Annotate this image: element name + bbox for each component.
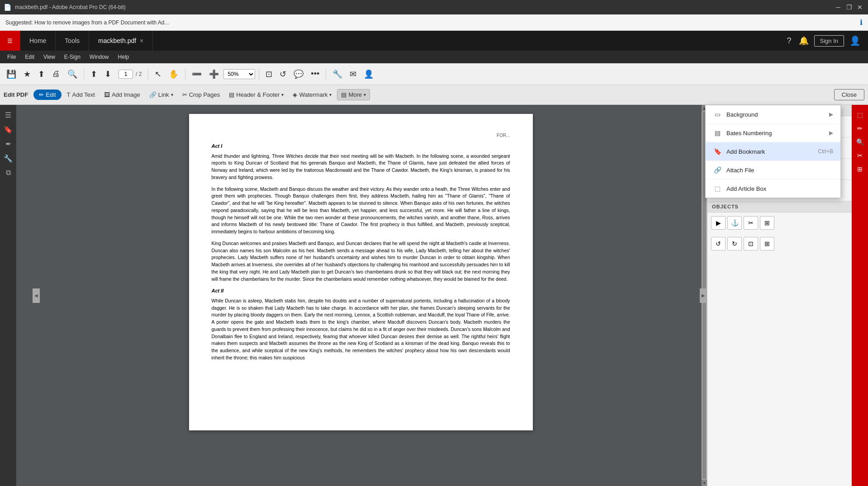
add-bookmark-label: Add Bookmark [726,148,813,155]
close-edit-btn[interactable]: Close [834,89,864,100]
zoom-in-button[interactable]: ➕ [206,67,222,81]
page-header-right: FOR... [212,132,510,139]
menu-esign[interactable]: E-Sign [61,53,84,61]
minimize-button[interactable]: ─ [834,3,843,12]
home-tab[interactable]: Home [20,31,56,51]
help-button[interactable]: ? [785,34,793,47]
search-button[interactable]: 🔍 [65,67,80,81]
sidebar-bookmarks-icon[interactable]: 🔖 [2,123,14,136]
header-footer-icon: ▤ [229,91,234,98]
more-dropdown-btn[interactable]: ▤ More ▾ [337,89,370,100]
edit-btn[interactable]: ✏ Edit [33,90,61,100]
bookmark-button[interactable]: ★ [21,67,33,81]
header-footer-btn[interactable]: ▤ Header & Footer ▾ [225,90,287,100]
objects-section: ▶ ⚓ ✂ ⊞ [707,212,852,233]
menu-edit[interactable]: Edit [21,53,38,61]
add-bookmark-menu-item[interactable]: 🔖 Add Bookmark Ctrl+B [706,142,840,161]
flip-btn[interactable]: ⊡ [744,237,758,250]
next-page-button[interactable]: ⬇ [102,67,114,81]
sidebar-tools-icon[interactable]: 🔧 [2,152,14,165]
suggested-text: Suggested: How to remove images from a P… [5,19,169,26]
suggested-bar: Suggested: How to remove images from a P… [0,14,868,31]
add-bookmark-icon: 🔖 [713,147,722,156]
rotate-button[interactable]: ↺ [277,67,289,81]
comment-button[interactable]: 💬 [291,67,306,81]
add-image-btn[interactable]: 🖼 Add Image [100,90,144,100]
notifications-button[interactable]: 🔔 [797,34,811,47]
window-controls: ─ ❐ ✕ [834,3,864,12]
menu-file[interactable]: File [4,53,19,61]
print-button[interactable]: 🖨 [49,67,63,80]
bates-numbering-menu-item[interactable]: ▤ Bates Numbering ▶ [706,124,840,142]
separator-3 [185,68,185,80]
far-right-icon-1[interactable]: ⬚ [854,109,866,121]
scroll-down-button[interactable]: ▼ [702,480,707,486]
attach-file-menu-item[interactable]: 🔗 Attach File [706,161,840,179]
object-select-btn[interactable]: ▶ [711,216,726,230]
separator-4 [259,68,259,80]
file-menu-btn[interactable]: ☰ [0,31,20,51]
far-right-icon-5[interactable]: ⊞ [854,163,866,175]
redact-button[interactable]: 🔧 [330,67,345,81]
rotate-ccw-btn[interactable]: ↺ [711,237,726,250]
sidebar-layers-icon[interactable]: ⧉ [2,166,14,179]
pdf-scroll-container: FOR... Act I Amid thunder and lightning,… [16,105,707,486]
main-toolbar: 💾 ★ ⬆ 🖨 🔍 ⬆ ⬇ / 2 ↖ ✋ ➖ ➕ 50% 75% 100% 1… [0,63,868,85]
rotate-cw-btn[interactable]: ↻ [727,237,742,250]
add-text-btn[interactable]: T Add Text [63,90,99,100]
account-button[interactable]: 👤 [361,67,376,81]
file-tab[interactable]: mackbeth.pdf × [89,31,153,51]
crop-pages-btn[interactable]: ✂ Crop Pages [179,90,224,100]
page-number-input[interactable] [119,70,133,79]
zoom-select[interactable]: 50% 75% 100% 125% 150% [223,69,255,79]
fit-page-button[interactable]: ⊡ [263,67,275,81]
title-text: mackbeth.pdf - Adobe Acrobat Pro DC (64-… [15,4,126,10]
add-article-box-menu-item[interactable]: ⬚ Add Article Box [706,179,840,198]
separator-1 [84,68,84,80]
sign-in-button[interactable]: Sign In [814,35,844,47]
user-account-button[interactable]: 👤 [848,33,863,48]
hand-tool-button[interactable]: ✋ [166,67,181,81]
menu-bar: File Edit View E-Sign Window Help [0,51,868,63]
object-crop-btn[interactable]: ✂ [744,216,758,230]
select-tool-button[interactable]: ↖ [152,67,164,81]
pdf-scroll[interactable]: FOR... Act I Amid thunder and lightning,… [16,105,707,439]
menu-help[interactable]: Help [114,53,133,61]
pdf-page: FOR... Act I Amid thunder and lightning,… [189,114,533,430]
bates-numbering-label: Bates Numbering [726,130,825,137]
bates-numbering-icon: ▤ [713,128,722,137]
far-right-icon-2[interactable]: ✏ [854,122,866,135]
sidebar-signatures-icon[interactable]: ✒ [2,137,14,150]
tools-tab[interactable]: Tools [56,31,89,51]
more-arrow-icon: ▾ [364,92,366,97]
menu-window[interactable]: Window [86,53,113,61]
object-arrange-btn[interactable]: ⊞ [760,216,774,230]
pdf-area: ◀ ▶ FOR... Act I Amid thunder and lightn… [16,105,707,486]
align-objects-btn[interactable]: ⊞ [760,237,774,250]
restore-button[interactable]: ❐ [844,3,854,12]
sidebar-pages-icon[interactable]: ☰ [2,109,14,121]
prev-page-button[interactable]: ⬆ [88,67,100,81]
link-btn[interactable]: 🔗 Link ▾ [146,90,177,100]
close-window-button[interactable]: ✕ [855,3,864,12]
save-button[interactable]: 💾 [4,67,19,81]
close-tab-icon[interactable]: × [140,37,143,44]
act2-para1: While Duncan is asleep, Macbeth stabs hi… [212,297,510,362]
watermark-icon: ◈ [293,91,297,98]
email-button[interactable]: ✉ [347,67,359,81]
far-right-icon-4[interactable]: ✂ [854,149,866,162]
info-icon[interactable]: ℹ [860,18,863,27]
zoom-out-button[interactable]: ➖ [189,67,204,81]
object-anchor-btn[interactable]: ⚓ [727,216,742,230]
menu-view[interactable]: View [40,53,59,61]
separator-5 [326,68,326,80]
background-menu-item[interactable]: ▭ Background ▶ [706,105,840,124]
far-right-icon-3[interactable]: 🔍 [854,136,866,148]
collapse-left-button[interactable]: ◀ [33,288,40,303]
more-tools-button[interactable]: ••• [308,67,322,80]
collapse-right-button[interactable]: ▶ [700,288,707,303]
watermark-btn[interactable]: ◈ Watermark ▾ [289,90,335,100]
act1-heading: Act I [212,142,510,150]
attach-file-label: Attach File [726,167,833,174]
upload-button[interactable]: ⬆ [35,67,47,81]
